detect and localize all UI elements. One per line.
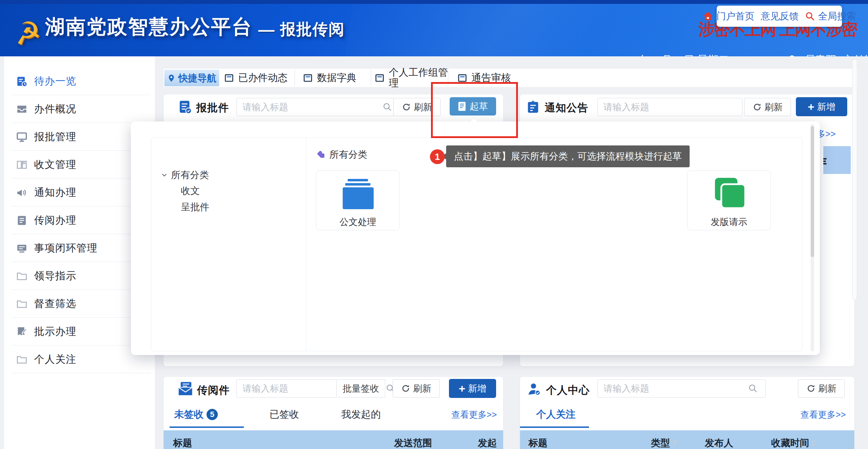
tab-label: 个人关注 xyxy=(536,408,576,421)
calendar-icon xyxy=(375,73,385,83)
monitor-icon xyxy=(16,131,28,143)
folder-icon xyxy=(16,354,28,366)
popup-scrollbar-track[interactable] xyxy=(811,124,814,351)
tab-initiated-by-me[interactable]: 我发起的 xyxy=(341,408,381,421)
chevron-down-icon xyxy=(161,172,167,178)
sort-arrows-icon xyxy=(811,439,816,447)
popup-content-header: 所有分类 xyxy=(317,148,367,161)
tree-node-label: 所有分类 xyxy=(171,169,209,181)
todo-list-icon xyxy=(16,75,28,87)
notice-refresh-button[interactable]: 刷新 xyxy=(744,98,791,116)
page-scrollbar-thumb[interactable] xyxy=(852,59,857,300)
approval-search-input[interactable] xyxy=(236,98,394,116)
notice-add-button[interactable]: + 新增 xyxy=(796,97,847,116)
popup-tree-divider xyxy=(306,138,306,351)
circulation-search-input[interactable] xyxy=(236,379,337,398)
pin-icon xyxy=(167,74,176,82)
calendar-icon xyxy=(303,73,313,83)
notice-search-input[interactable] xyxy=(597,98,742,116)
refresh-icon xyxy=(753,102,762,112)
tree-node-submission[interactable]: 呈批件 xyxy=(181,201,209,213)
datetime-text: 2025年05月13日 星期二 21:22:16 xyxy=(616,53,773,56)
active-tab-underline xyxy=(170,426,244,428)
tab-quick-nav[interactable]: 快捷导航 xyxy=(164,70,219,86)
truncated-text-mark xyxy=(823,163,826,164)
plus-icon: + xyxy=(808,101,815,112)
user-group[interactable]: 交付组 xyxy=(843,53,868,56)
feedback-link[interactable]: 意见反馈 xyxy=(761,10,799,23)
notice-selected-row[interactable] xyxy=(823,146,851,174)
sidebar-divider xyxy=(12,373,151,373)
plus-icon: + xyxy=(459,383,465,394)
module-card-release-request[interactable]: 发版请示 xyxy=(687,170,771,230)
popup-content-title: 所有分类 xyxy=(329,148,367,161)
tab-data-dictionary[interactable]: 数据字典 xyxy=(303,69,356,87)
document-icon xyxy=(16,214,28,226)
tree-node-all-categories[interactable]: 所有分类 xyxy=(161,169,209,181)
annotation-tooltip: 点击】起草】展示所有分类，可选择流程模块进行起草 xyxy=(446,145,690,167)
tab-personal-follow[interactable]: 个人关注 xyxy=(536,408,576,421)
user-name[interactable]: 易青阳 xyxy=(805,53,836,56)
personal-center-icon xyxy=(527,382,541,397)
blue-docs-icon xyxy=(342,179,374,210)
personal-table-header: 标题 类型 发布人 收藏时间 xyxy=(520,430,854,449)
tab-done-dynamics[interactable]: 已办件动态 xyxy=(224,69,287,87)
app-root: ☭ 湖南党政智慧办公平台 — 报批传阅 涉密不上网 上网不涉密 2025年05月… xyxy=(0,0,868,449)
truncated-text-mark xyxy=(823,158,826,160)
filter-funnel-icon xyxy=(672,440,678,446)
add-label: 新增 xyxy=(817,101,835,113)
add-label: 新增 xyxy=(468,382,486,395)
circulation-table-header: 标题 发送范围 发起人 xyxy=(164,430,503,449)
personal-view-more-link[interactable]: 查看更多>> xyxy=(800,409,846,420)
batch-sign-button[interactable]: 批量签收 xyxy=(337,379,385,398)
party-emblem-icon: ☭ xyxy=(12,16,43,50)
sidebar-item-label: 收文管理 xyxy=(34,158,76,172)
book-icon xyxy=(16,159,28,171)
calendar-icon xyxy=(457,73,467,83)
sidebar-item-label: 批示办理 xyxy=(34,325,76,339)
personal-search-input[interactable] xyxy=(597,379,766,398)
portal-home-link[interactable]: 门户首页 xyxy=(716,10,754,23)
tree-node-incoming[interactable]: 收文 xyxy=(181,185,200,197)
tab-signed[interactable]: 已签收 xyxy=(270,408,299,421)
sidebar-item-label: 传阅办理 xyxy=(34,213,76,227)
refresh-icon xyxy=(402,102,411,112)
circulation-view-more-link[interactable]: 查看更多>> xyxy=(451,409,497,420)
search-icon xyxy=(382,102,392,112)
app-logo: 湖南党政智慧办公平台 — 报批传阅 xyxy=(45,14,345,40)
sidebar-item-todo-overview[interactable]: 待办一览 xyxy=(4,67,155,95)
loop-card-icon xyxy=(16,242,28,254)
column-label: 类型 xyxy=(651,437,670,449)
inbox-icon xyxy=(16,103,28,115)
column-header-type[interactable]: 类型 xyxy=(651,437,678,449)
green-copies-icon xyxy=(713,177,747,211)
section-title: 报批件 xyxy=(196,101,229,115)
popup-body: 所有分类 收文 呈批件 所有分类 公文处理 xyxy=(151,137,802,351)
circulation-refresh-button[interactable]: 刷新 xyxy=(393,379,440,398)
header-top-strip xyxy=(0,0,868,4)
tab-label: 我发起的 xyxy=(341,408,381,421)
tab-unsigned[interactable]: 未签收 5 xyxy=(174,408,218,421)
circulation-section-card: 传阅件 批量签收 刷新 + 新增 未签收 5 已签收 我发起的 查看更多>> 标… xyxy=(164,377,503,449)
global-search-link[interactable]: 全局搜索 xyxy=(818,10,856,23)
circulation-add-button[interactable]: + 新增 xyxy=(449,379,496,398)
refresh-label: 刷新 xyxy=(765,101,783,113)
personal-refresh-button[interactable]: 刷新 xyxy=(798,379,845,398)
sidebar-item-label: 办件概况 xyxy=(34,102,76,116)
annotation-step-number: 1 xyxy=(430,149,445,164)
megaphone-icon xyxy=(16,187,28,199)
tree-node-label: 呈批件 xyxy=(181,201,209,213)
column-label: 收藏时间 xyxy=(771,437,809,449)
sidebar-item-label: 事项闭环管理 xyxy=(34,241,97,255)
sidebar-item-case-overview[interactable]: 办件概况 xyxy=(4,95,155,123)
annotation-highlight-rect xyxy=(431,82,518,138)
tab-label: 未签收 xyxy=(174,408,204,421)
sidebar-item-label: 报批管理 xyxy=(34,130,76,144)
section-title: 传阅件 xyxy=(197,383,230,398)
module-card-document-processing[interactable]: 公文处理 xyxy=(316,170,400,230)
search-icon[interactable] xyxy=(748,383,758,393)
column-header-title: 标题 xyxy=(528,437,547,449)
column-header-collect-time[interactable]: 收藏时间 xyxy=(771,437,816,449)
sidebar-item-label: 领导指示 xyxy=(34,269,76,283)
popup-scrollbar-thumb[interactable] xyxy=(811,126,814,257)
